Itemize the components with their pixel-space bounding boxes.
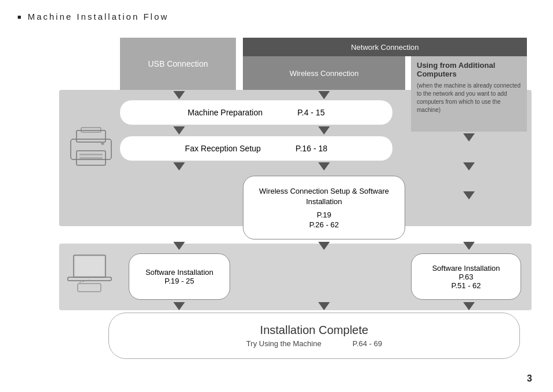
network-connection-header: Network Connection (243, 38, 527, 56)
usb-connection-header: USB Connection (120, 38, 236, 90)
additional-computers-header: Using from Additional Computers (when th… (411, 56, 527, 132)
svg-rect-8 (75, 257, 104, 275)
additional-note: (when the machine is already connected t… (417, 82, 521, 114)
arrow-additional-2 (463, 162, 475, 170)
wireless-setup-title: Wireless Connection Setup & Software Ins… (243, 186, 405, 207)
arrow-complete-usb (173, 302, 185, 310)
arrow-usb-fax-down (173, 162, 185, 170)
arrow-additional-1 (463, 133, 475, 141)
svg-rect-9 (68, 277, 111, 281)
printer-image (65, 125, 117, 170)
machine-prep-page: P.4 - 15 (297, 108, 325, 117)
sw-install-net-label: Software Installation (432, 264, 500, 273)
laptop-image (65, 252, 114, 295)
arrow-wireless-prep-down (318, 126, 330, 135)
svg-rect-10 (78, 284, 101, 292)
fax-setup-box: Fax Reception Setup P.16 - 18 (120, 136, 392, 161)
page: Machine Installation Flow USB Connection… (0, 0, 553, 392)
sw-install-usb-label: Software Installation (145, 268, 213, 277)
svg-rect-4 (79, 157, 103, 159)
arrow-usb-down (173, 91, 185, 99)
wireless-setup-page2: P.26 - 62 (309, 220, 339, 229)
arrow-complete-additional (463, 302, 475, 310)
sw-install-net-page2: P.51 - 62 (451, 281, 481, 290)
diagram-wrapper: USB Connection Network Connection Wirele… (21, 32, 532, 380)
arrow-wireless-fax-down (318, 162, 330, 170)
arrow-usb-sw-down (173, 242, 185, 250)
wireless-setup-box: Wireless Connection Setup & Software Ins… (243, 176, 405, 239)
fax-setup-label: Fax Reception Setup (185, 144, 261, 153)
machine-prep-box: Machine Preparation P.4 - 15 (120, 100, 392, 125)
sw-install-net-box: Software Installation P.63 P.51 - 62 (411, 253, 521, 300)
sw-install-usb-page: P.19 - 25 (165, 277, 194, 285)
svg-rect-3 (79, 154, 103, 155)
fax-setup-page: P.16 - 18 (296, 144, 328, 153)
page-title: Machine Installation Flow (17, 12, 536, 21)
usb-label: USB Connection (148, 59, 208, 68)
complete-title: Installation Complete (260, 324, 369, 337)
machine-prep-label: Machine Preparation (188, 108, 263, 117)
arrow-complete-wireless (318, 302, 330, 310)
arrow-wireless-down (318, 91, 330, 99)
sw-install-usb-box: Software Installation P.19 - 25 (129, 253, 230, 300)
installation-complete-box: Installation Complete Try Using the Mach… (108, 313, 520, 359)
complete-sub: Try Using the Machine (246, 339, 322, 348)
arrow-additional-3 (463, 191, 475, 199)
arrow-wireless-sw-down (318, 242, 330, 250)
wireless-connection-header: Wireless Connection (243, 56, 405, 90)
title-text: Machine Installation Flow (28, 12, 169, 21)
network-label: Network Connection (351, 43, 419, 52)
arrow-additional-sw-down (463, 242, 475, 250)
svg-rect-6 (81, 128, 101, 132)
page-number: 3 (527, 373, 532, 384)
wireless-setup-page1: P.19 (316, 210, 331, 219)
wireless-label: Wireless Connection (289, 69, 358, 78)
arrow-usb-prep-down (173, 126, 185, 135)
sw-install-net-page1: P.63 (459, 273, 473, 281)
complete-page: P.64 - 69 (352, 339, 382, 348)
additional-title: Using from Additional Computers (417, 61, 521, 78)
svg-point-5 (101, 141, 104, 145)
